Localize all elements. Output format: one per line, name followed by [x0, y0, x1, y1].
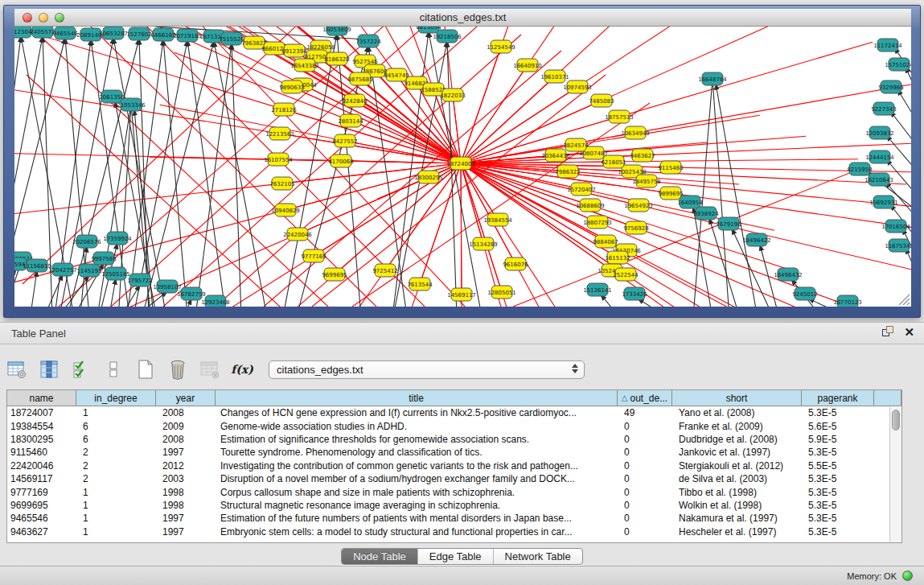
- table-row[interactable]: 2242004622012Investigating the contribut…: [7, 459, 901, 472]
- network-view-window[interactable]: citations_edges.txt 79638228660128891239…: [3, 5, 921, 318]
- table-cell[interactable]: 0: [618, 513, 672, 524]
- table-cell[interactable]: 2012: [156, 460, 216, 472]
- table-cell[interactable]: Dudbridge et al. (2008): [672, 434, 802, 445]
- table-cell[interactable]: 9777169: [7, 487, 76, 498]
- network-node[interactable]: 8427552: [332, 134, 357, 147]
- table-cell[interactable]: 5.3E-5: [802, 447, 874, 458]
- network-node[interactable]: 9463627: [630, 149, 655, 162]
- network-node[interactable]: 12805051: [487, 286, 516, 299]
- network-node[interactable]: 15751024: [885, 58, 911, 71]
- network-node[interactable]: 1527602: [126, 27, 151, 40]
- network-node[interactable]: 9756928: [623, 221, 648, 234]
- table-cell[interactable]: Disruption of a novel member of a sodium…: [216, 473, 618, 484]
- network-node[interactable]: 10974593: [563, 80, 592, 93]
- network-node[interactable]: 9115460: [658, 161, 683, 174]
- network-node[interactable]: 9890633: [279, 80, 304, 93]
- table-row[interactable]: 1456911722003Disruption of a novel membe…: [7, 472, 901, 485]
- network-window-titlebar[interactable]: citations_edges.txt: [14, 9, 911, 27]
- table-cell[interactable]: Estimation of significance thresholds fo…: [216, 434, 618, 445]
- network-node[interactable]: 16543382: [290, 59, 319, 72]
- network-node[interactable]: 18496422: [742, 233, 771, 246]
- network-graph[interactable]: 7963822866012889123941822605891275058186…: [14, 27, 911, 307]
- table-cell[interactable]: 0: [618, 460, 672, 472]
- table-cell[interactable]: 0: [618, 473, 672, 484]
- network-node[interactable]: 18757513: [605, 110, 634, 123]
- memory-status-indicator[interactable]: [902, 571, 913, 581]
- network-node[interactable]: 9245012: [792, 287, 817, 300]
- table-cell[interactable]: 9465546: [7, 513, 76, 524]
- table-cell[interactable]: Tourette syndrome. Phenomenology and cla…: [216, 447, 618, 458]
- network-node[interactable]: 18724007: [446, 157, 475, 170]
- network-node[interactable]: 8215958: [847, 163, 872, 175]
- network-node[interactable]: 7679190: [716, 217, 741, 230]
- table-cell[interactable]: 18724007: [7, 407, 76, 418]
- network-node[interactable]: 9884067: [593, 235, 618, 248]
- network-node[interactable]: 15692931: [869, 196, 898, 208]
- network-node[interactable]: 19654923: [624, 199, 653, 212]
- network-node[interactable]: 10688609: [576, 199, 605, 212]
- network-node[interactable]: 7632105: [269, 177, 294, 190]
- network-node[interactable]: 16053809: [322, 27, 351, 35]
- table-cell[interactable]: Structural magnetic resonance image aver…: [216, 500, 618, 511]
- table-cell[interactable]: 18300295: [7, 434, 76, 445]
- table-cell[interactable]: Tibbo et al. (1998): [672, 487, 802, 498]
- table-cell[interactable]: Corpus callosum shape and size in male p…: [216, 487, 618, 498]
- network-node[interactable]: 12505185: [101, 267, 130, 280]
- table-cell[interactable]: 5.3E-5: [802, 487, 874, 498]
- network-node[interactable]: 18300295: [414, 171, 443, 183]
- table-cell[interactable]: 1998: [156, 500, 216, 511]
- network-node[interactable]: 16210643: [864, 173, 893, 186]
- table-cell[interactable]: 1: [76, 500, 156, 511]
- network-node[interactable]: 8938924: [693, 207, 719, 220]
- table-cell[interactable]: Estimation of the future numbers of pati…: [216, 513, 618, 524]
- table-cell[interactable]: 2009: [156, 421, 216, 432]
- network-node[interactable]: 9329966: [878, 80, 904, 93]
- network-node[interactable]: 9899695: [658, 187, 683, 200]
- network-node[interactable]: 18495758: [632, 175, 661, 187]
- network-node[interactable]: 2718126: [271, 103, 297, 116]
- network-node[interactable]: 16648784: [698, 72, 727, 85]
- select-all-icon[interactable]: [71, 359, 92, 380]
- deselect-all-icon[interactable]: [103, 359, 124, 380]
- table-settings-icon[interactable]: [6, 359, 27, 380]
- table-cell[interactable]: 2008: [156, 434, 216, 445]
- table-cell[interactable]: 1: [76, 513, 156, 524]
- network-node[interactable]: 1733426: [622, 287, 647, 300]
- network-node[interactable]: 4170068: [328, 154, 353, 167]
- scrollbar-thumb[interactable]: [892, 410, 900, 431]
- function-builder-icon[interactable]: f(x): [232, 359, 253, 380]
- network-node[interactable]: 17359924: [103, 232, 132, 245]
- column-header-pagerank[interactable]: pagerank: [802, 390, 874, 406]
- table-row[interactable]: 946554611997Estimation of the future num…: [7, 512, 901, 525]
- network-node[interactable]: 12213563: [265, 127, 294, 140]
- table-cell[interactable]: 0: [618, 421, 672, 432]
- table-cell[interactable]: 0: [618, 500, 672, 511]
- network-node[interactable]: 19384554: [483, 213, 512, 226]
- tab-node-table[interactable]: Node Table: [342, 549, 418, 564]
- table-cell[interactable]: Franke et al. (2009): [672, 421, 802, 432]
- network-node[interactable]: 15136141: [583, 283, 612, 296]
- table-cell[interactable]: 2008: [156, 407, 216, 418]
- network-node[interactable]: 9616076: [503, 257, 528, 270]
- network-node[interactable]: 10940829: [271, 204, 300, 216]
- table-row[interactable]: 977716911998Corpus callosum shape and si…: [7, 485, 901, 498]
- table-cell[interactable]: Changes of HCN gene expression and I(f) …: [216, 407, 618, 418]
- table-row[interactable]: 1938455462009Genome-wide association stu…: [7, 419, 901, 432]
- network-node[interactable]: 9227343: [871, 102, 896, 115]
- network-node[interactable]: 12444154: [865, 150, 894, 163]
- column-header-in_degree[interactable]: in_degree: [76, 390, 156, 406]
- tab-edge-table[interactable]: Edge Table: [418, 549, 494, 564]
- network-node[interactable]: 9699695: [322, 268, 347, 281]
- network-node[interactable]: 18807293: [583, 216, 612, 229]
- network-node[interactable]: 20206576: [72, 235, 101, 248]
- table-cell[interactable]: 2003: [156, 473, 216, 484]
- table-cell[interactable]: 6: [76, 421, 156, 432]
- network-node[interactable]: 3824574: [563, 138, 589, 151]
- table-cell[interactable]: Yano et al. (2008): [672, 407, 802, 418]
- table-cell[interactable]: 2: [76, 447, 156, 458]
- column-header-short[interactable]: short: [672, 390, 802, 406]
- table-cell[interactable]: 1997: [156, 526, 216, 538]
- float-panel-icon[interactable]: [882, 326, 894, 338]
- network-node[interactable]: 6466160: [150, 28, 175, 41]
- table-cell[interactable]: 0: [618, 526, 672, 538]
